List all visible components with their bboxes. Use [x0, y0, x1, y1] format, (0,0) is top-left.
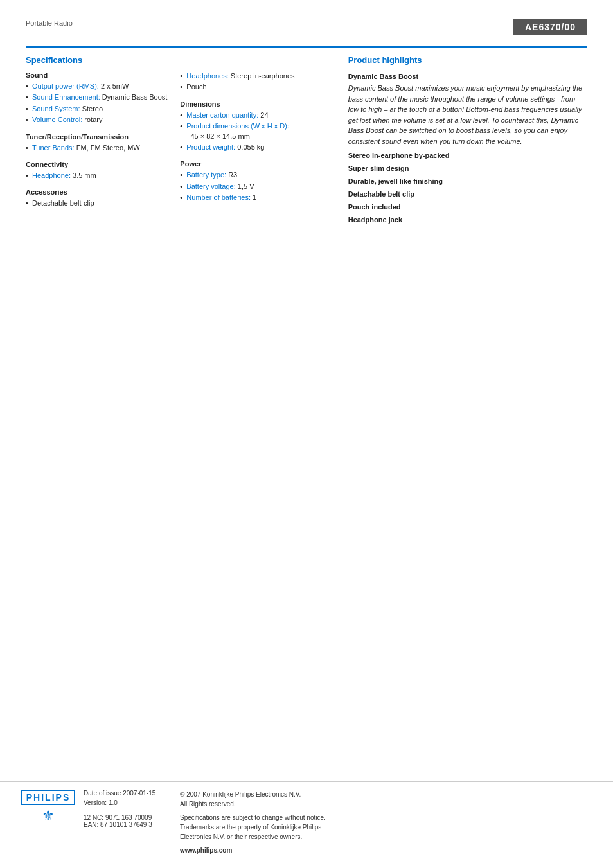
list-item: Sound Enhancement: Dynamic Bass Boost	[26, 93, 167, 102]
list-item: Headphone: 3.5 mm	[26, 171, 167, 181]
spec-sound-list: Output power (RMS): 2 x 5mW Sound Enhanc…	[26, 82, 167, 125]
header: Portable Radio AE6370/00	[26, 19, 587, 35]
highlights-column: Product highlights Dynamic Bass Boost Dy…	[335, 55, 587, 227]
specs-right-sub: Headphones: Sterep in-earphones Pouch Di…	[180, 71, 321, 217]
list-item: Battery type: R3	[180, 170, 321, 180]
spec-connectivity: Connectivity Headphone: 3.5 mm	[26, 161, 167, 181]
footer-version: Version: 1.0	[84, 799, 167, 806]
spec-label: Volume Control:	[32, 116, 82, 123]
footer-date-value: 2007-01-15	[123, 790, 155, 797]
footer-date-label: Date of issue	[84, 790, 123, 797]
footer-website: www.philips.com	[180, 846, 587, 855]
spec-label: Product weight:	[186, 143, 235, 151]
spec-tuner-list: Tuner Bands: FM, FM Stereo, MW	[26, 143, 167, 153]
footer-date: Date of issue 2007-01-15	[84, 790, 167, 797]
spec-dimensions-list: Master carton quantity: 24 Product dimen…	[180, 111, 321, 153]
specs-left-sub: Sound Output power (RMS): 2 x 5mW Sound …	[26, 71, 167, 217]
footer-meta: Date of issue 2007-01-15 Version: 1.0 12…	[84, 790, 167, 828]
list-item: Battery voltage: 1,5 V	[180, 182, 321, 191]
list-item: Product dimensions (W x H x D): 45 × 82 …	[180, 121, 321, 141]
product-category: Portable Radio	[26, 19, 73, 27]
spec-label: Number of batteries:	[186, 193, 251, 201]
spec-headphones-section: Headphones: Sterep in-earphones Pouch	[180, 71, 321, 93]
spec-sound: Sound Output power (RMS): 2 x 5mW Sound …	[26, 71, 167, 125]
spec-label: Tuner Bands:	[32, 144, 75, 152]
list-item: Volume Control: rotary	[26, 115, 167, 125]
list-item: Detachable belt-clip	[26, 199, 167, 208]
footer-copyright: © 2007 Koninklijke Philips Electronics N…	[180, 790, 587, 809]
spec-sound-title: Sound	[26, 71, 167, 79]
footer-version-label: Version:	[84, 799, 109, 806]
spec-label: Output power (RMS):	[32, 82, 99, 90]
highlight-bullet-1: Stereo in-earphone by-packed	[348, 152, 587, 159]
footer: PHILIPS ⚜ Date of issue 2007-01-15 Versi…	[0, 781, 613, 855]
specs-column: Specifications Sound Output power (RMS):…	[26, 55, 335, 227]
spec-accessories-list: Detachable belt-clip	[26, 199, 167, 208]
specs-title: Specifications	[26, 55, 322, 65]
philips-emblem: ⚜	[42, 808, 55, 824]
spec-connectivity-title: Connectivity	[26, 161, 167, 168]
highlight-feature-title-dynamic-bass: Dynamic Bass Boost	[348, 73, 587, 80]
footer-legal: © 2007 Koninklijke Philips Electronics N…	[180, 790, 587, 855]
highlight-bullet-5: Pouch included	[348, 203, 587, 211]
list-item: Product weight: 0.055 kg	[180, 143, 321, 152]
list-item: Headphones: Sterep in-earphones	[180, 71, 321, 81]
spec-accessories-title: Accessories	[26, 188, 167, 196]
spec-power: Power Battery type: R3 Battery voltage: …	[180, 160, 321, 202]
spec-label: Battery voltage:	[186, 182, 235, 190]
highlight-bullet-2: Super slim design	[348, 164, 587, 172]
header-divider	[26, 46, 587, 48]
spec-headphones-list: Headphones: Sterep in-earphones Pouch	[180, 71, 321, 93]
spec-label: Headphones:	[186, 72, 228, 80]
list-item: Tuner Bands: FM, FM Stereo, MW	[26, 143, 167, 153]
highlights-title: Product highlights	[348, 55, 587, 65]
specs-inner: Sound Output power (RMS): 2 x 5mW Sound …	[26, 71, 322, 217]
spec-label: Product dimensions (W x H x D):	[186, 122, 289, 130]
product-model: AE6370/00	[513, 19, 587, 35]
footer-logo: PHILIPS ⚜	[26, 790, 71, 824]
highlight-bullet-3: Durable, jewell like finishing	[348, 177, 587, 185]
highlight-bullet-6: Headphone jack	[348, 216, 587, 224]
spec-power-list: Battery type: R3 Battery voltage: 1,5 V …	[180, 170, 321, 202]
list-item: Number of batteries: 1	[180, 193, 321, 202]
spec-label: Headphone:	[32, 172, 71, 179]
spec-power-title: Power	[180, 160, 321, 168]
page: Portable Radio AE6370/00 Specifications …	[0, 0, 613, 868]
philips-wordmark: PHILIPS	[21, 790, 75, 805]
list-item: Master carton quantity: 24	[180, 111, 321, 120]
spec-accessories: Accessories Detachable belt-clip	[26, 188, 167, 208]
highlight-feature-desc-dynamic-bass: Dynamic Bass Boost maximizes your music …	[348, 83, 587, 146]
philips-logo: PHILIPS ⚜	[26, 790, 71, 824]
spec-connectivity-list: Headphone: 3.5 mm	[26, 171, 167, 181]
spec-label: Sound System:	[32, 105, 80, 112]
highlight-bullet-4: Detachable belt clip	[348, 190, 587, 198]
spec-tuner: Tuner/Reception/Transmission Tuner Bands…	[26, 133, 167, 153]
spec-dimensions-title: Dimensions	[180, 100, 321, 108]
spec-label: Master carton quantity:	[186, 111, 258, 119]
footer-version-value: 1.0	[109, 799, 118, 806]
list-item: Output power (RMS): 2 x 5mW	[26, 82, 167, 91]
footer-nc-ean: 12 NC: 9071 163 70009EAN: 87 10101 37649…	[84, 814, 167, 828]
spec-label: Battery type:	[186, 171, 226, 179]
list-item: Pouch	[180, 82, 321, 92]
spec-dimensions: Dimensions Master carton quantity: 24 Pr…	[180, 100, 321, 153]
main-content: Specifications Sound Output power (RMS):…	[26, 55, 587, 227]
spec-tuner-title: Tuner/Reception/Transmission	[26, 133, 167, 141]
spec-label: Sound Enhancement:	[32, 93, 100, 101]
list-item: Sound System: Stereo	[26, 104, 167, 114]
footer-specs-notice: Specifications are subject to change wit…	[180, 813, 587, 842]
